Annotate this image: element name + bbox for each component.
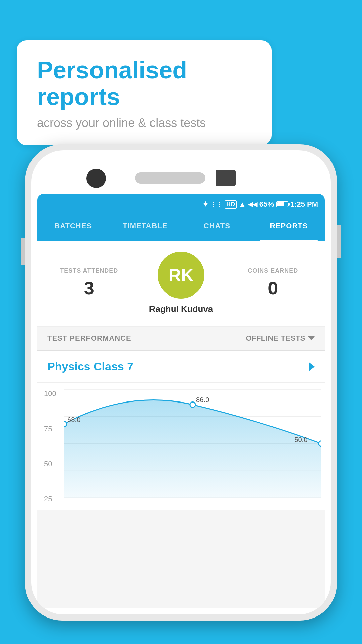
status-icons: ✦ ⋮⋮ HD ▲ ◀◀ 65% 1:25 PM xyxy=(202,200,318,209)
status-bar: ✦ ⋮⋮ HD ▲ ◀◀ 65% 1:25 PM xyxy=(37,194,325,215)
power-button xyxy=(337,225,341,258)
coins-earned-block: COINS EARNED 0 xyxy=(231,267,315,299)
speech-bubble: Personalised reports across your online … xyxy=(17,40,272,145)
phone-inner: ✦ ⋮⋮ HD ▲ ◀◀ 65% 1:25 PM xyxy=(31,150,331,614)
phone: ✦ ⋮⋮ HD ▲ ◀◀ 65% 1:25 PM xyxy=(25,144,337,621)
y-label-25: 25 xyxy=(44,495,56,503)
time: 1:25 PM xyxy=(290,200,318,209)
performance-label: TEST PERFORMANCE xyxy=(47,334,131,343)
chart-area: 100 75 50 25 xyxy=(37,383,325,510)
chart-point-0 xyxy=(64,421,67,427)
chevron-right-icon xyxy=(309,362,315,371)
tab-reports[interactable]: REPORTS xyxy=(253,215,325,241)
tab-timetable[interactable]: TIMETABLE xyxy=(109,215,181,241)
proximity-sensor xyxy=(216,170,236,186)
bubble-subtitle: across your online & class tests xyxy=(37,116,251,130)
tests-attended-value: 3 xyxy=(47,278,131,299)
user-name: Raghul Kuduva xyxy=(149,304,213,314)
chart-label-1: 86.0 xyxy=(196,396,209,404)
coins-earned-label: COINS EARNED xyxy=(231,267,315,274)
chart-svg: 68.0 86.0 50.0 xyxy=(64,389,321,498)
y-label-75: 75 xyxy=(44,425,56,433)
bubble-title: Personalised reports xyxy=(37,57,251,110)
avatar-initials: RK xyxy=(168,265,193,285)
tab-chats[interactable]: CHATS xyxy=(181,215,253,241)
tests-attended-block: TESTS ATTENDED 3 xyxy=(47,267,131,299)
coins-earned-value: 0 xyxy=(231,278,315,299)
offline-tests-dropdown[interactable]: OFFLINE TESTS xyxy=(246,334,315,343)
profile-section: TESTS ATTENDED 3 RK Raghul Kuduva COINS … xyxy=(37,241,325,326)
y-label-50: 50 xyxy=(44,460,56,468)
volume-button xyxy=(21,238,25,265)
performance-bar: TEST PERFORMANCE OFFLINE TESTS xyxy=(37,327,325,351)
avatar-block: RK Raghul Kuduva xyxy=(131,252,231,314)
chart-point-1 xyxy=(190,402,195,407)
phone-outer: ✦ ⋮⋮ HD ▲ ◀◀ 65% 1:25 PM xyxy=(25,144,337,621)
hd-label: HD xyxy=(225,200,237,209)
battery-fill xyxy=(277,202,284,206)
chevron-down-icon xyxy=(308,336,315,340)
avatar: RK xyxy=(158,252,204,299)
tests-attended-label: TESTS ATTENDED xyxy=(47,267,131,274)
wifi-icon: ▲ xyxy=(239,200,246,209)
offline-tests-label: OFFLINE TESTS xyxy=(246,334,305,343)
y-label-100: 100 xyxy=(44,389,56,398)
chart-fill xyxy=(64,400,321,498)
chart-y-labels: 100 75 50 25 xyxy=(44,389,56,503)
chart-label-0: 68.0 xyxy=(67,416,80,423)
screen: ✦ ⋮⋮ HD ▲ ◀◀ 65% 1:25 PM xyxy=(37,194,325,608)
camera-icon xyxy=(86,169,106,188)
class-row[interactable]: Physics Class 7 xyxy=(37,351,325,383)
battery-icon xyxy=(276,201,288,207)
tab-batches[interactable]: BATCHES xyxy=(37,215,109,241)
chart-label-2: 50.0 xyxy=(294,436,307,443)
vibrate-icon: ⋮⋮ xyxy=(210,201,223,208)
class-name: Physics Class 7 xyxy=(47,360,133,373)
battery-pct: 65% xyxy=(259,200,274,209)
signal-icon-1: ◀◀ xyxy=(248,201,257,208)
nav-tabs: BATCHES TIMETABLE CHATS REPORTS xyxy=(37,215,325,241)
bluetooth-icon: ✦ xyxy=(202,200,208,209)
chart-point-2 xyxy=(319,441,321,446)
speaker xyxy=(135,172,205,184)
